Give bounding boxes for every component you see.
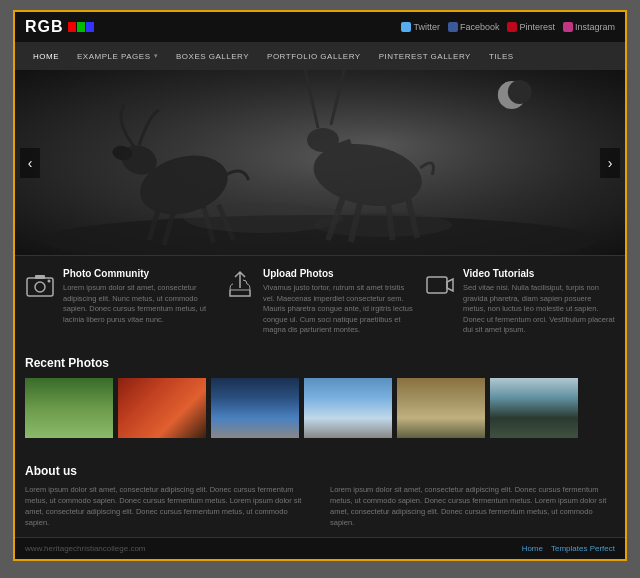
nav-boxes[interactable]: BOXES GALLERY (168, 42, 257, 70)
nav-home[interactable]: HOME (25, 42, 67, 70)
svg-rect-23 (35, 275, 45, 279)
photo-thumb-1[interactable] (25, 378, 113, 438)
features-section: Photo Community Lorem ipsum dolor sit am… (15, 255, 625, 348)
feature-video-title: Video Tutorials (463, 268, 615, 279)
camera-icon (25, 270, 55, 300)
svg-marker-26 (447, 279, 453, 291)
footer-home-link[interactable]: Home (522, 544, 543, 553)
logo: RGB (25, 18, 94, 36)
upload-icon (225, 270, 255, 300)
about-section: About us Lorem ipsum dolor sit amet, con… (15, 456, 625, 537)
svg-point-22 (35, 282, 45, 292)
feature-photo-title: Photo Community (63, 268, 215, 279)
logo-block-green (77, 22, 85, 32)
chevron-down-icon: ▾ (154, 52, 159, 60)
hero-slider: ‹ › (15, 70, 625, 255)
about-col-1: Lorem ipsum dolor sit amet, consectetur … (25, 484, 310, 529)
photo-thumb-6[interactable] (490, 378, 578, 438)
feature-upload-content: Upload Photos Vivamus justo tortor, rutr… (263, 268, 415, 336)
logo-blocks (68, 22, 94, 32)
feature-photo-content: Photo Community Lorem ipsum dolor sit am… (63, 268, 215, 336)
feature-photo-community: Photo Community Lorem ipsum dolor sit am… (25, 268, 215, 336)
photo-thumb-3[interactable] (211, 378, 299, 438)
photo-thumb-5[interactable] (397, 378, 485, 438)
nav: HOME EXAMPLE PAGES ▾ BOXES GALLERY PORTF… (15, 42, 625, 70)
svg-point-24 (48, 280, 51, 283)
recent-photos-title: Recent Photos (25, 356, 615, 370)
feature-upload-title: Upload Photos (263, 268, 415, 279)
logo-text: RGB (25, 18, 64, 36)
svg-point-18 (508, 80, 532, 104)
feature-video: Video Tutorials Sed vitae nisi. Nulla fa… (425, 268, 615, 336)
instagram-link[interactable]: Instagram (563, 22, 615, 32)
main-container: RGB Twitter Facebook Pinterest I (13, 10, 627, 561)
header: RGB Twitter Facebook Pinterest I (15, 12, 625, 42)
social-links: Twitter Facebook Pinterest Instagram (401, 22, 615, 32)
twitter-icon (401, 22, 411, 32)
logo-block-red (68, 22, 76, 32)
photo-thumb-2[interactable] (118, 378, 206, 438)
photo-thumb-4[interactable] (304, 378, 392, 438)
slider-next-button[interactable]: › (600, 148, 620, 178)
about-col-2: Lorem ipsum dolor sit amet, consectetur … (330, 484, 615, 529)
footer-links: Home Templates Perfect (522, 544, 615, 553)
svg-point-12 (307, 128, 339, 152)
instagram-icon (563, 22, 573, 32)
pinterest-link[interactable]: Pinterest (507, 22, 555, 32)
nav-example[interactable]: EXAMPLE PAGES ▾ (69, 42, 166, 70)
feature-video-content: Video Tutorials Sed vitae nisi. Nulla fa… (463, 268, 615, 336)
feature-upload: Upload Photos Vivamus justo tortor, rutr… (225, 268, 415, 336)
facebook-icon (448, 22, 458, 32)
twitter-link[interactable]: Twitter (401, 22, 440, 32)
feature-video-text: Sed vitae nisi. Nulla facilisiput, turpi… (463, 283, 615, 336)
svg-rect-25 (427, 277, 447, 293)
photo-grid (25, 378, 615, 438)
nav-tiles[interactable]: TILES (481, 42, 522, 70)
svg-point-20 (313, 213, 452, 237)
nav-pinterest[interactable]: PINTEREST GALLERY (371, 42, 479, 70)
footer-templates-link[interactable]: Templates Perfect (551, 544, 615, 553)
slider-prev-button[interactable]: ‹ (20, 148, 40, 178)
video-icon (425, 270, 455, 300)
pinterest-icon (507, 22, 517, 32)
about-columns: Lorem ipsum dolor sit amet, consectetur … (25, 484, 615, 529)
recent-photos-section: Recent Photos (15, 348, 625, 456)
logo-block-blue (86, 22, 94, 32)
facebook-link[interactable]: Facebook (448, 22, 500, 32)
footer: www.heritagechristiancollege.com Home Te… (15, 537, 625, 559)
about-title: About us (25, 464, 615, 478)
feature-upload-text: Vivamus justo tortor, rutrum sit amet tr… (263, 283, 415, 336)
footer-website: www.heritagechristiancollege.com (25, 544, 146, 553)
nav-portfolio[interactable]: PORTFOLIO GALLERY (259, 42, 369, 70)
feature-photo-text: Lorem ipsum dolor sit amet, consectetur … (63, 283, 215, 325)
